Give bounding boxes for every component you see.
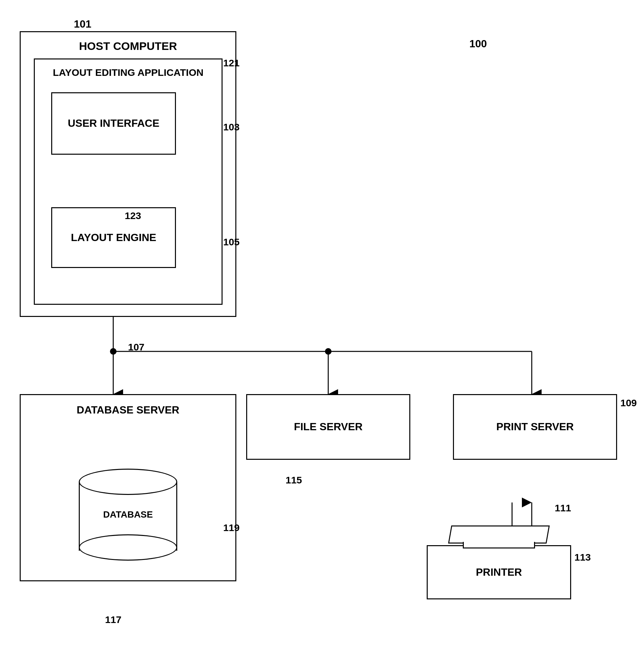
layout-engine-box: LAYOUT ENGINE	[51, 207, 176, 268]
layout-editing-application-box: LAYOUT EDITING APPLICATION USER INTERFAC…	[34, 59, 223, 305]
ref-101: 101	[74, 18, 91, 30]
printer-icon-shape	[443, 522, 555, 548]
ref-109: 109	[620, 397, 637, 409]
ref-117: 117	[105, 614, 121, 625]
ref-107: 107	[128, 341, 144, 353]
ref-100: 100	[469, 38, 487, 50]
printer-label: PRINTER	[476, 565, 522, 579]
database-server-box: DATABASE SERVER DATABASE	[20, 394, 236, 581]
ref-123: 123	[125, 210, 141, 221]
printer-box: PRINTER	[427, 545, 571, 600]
ref-121: 121	[223, 58, 240, 69]
user-interface-box: USER INTERFACE	[51, 92, 176, 155]
ref-115: 115	[285, 474, 302, 486]
database-cylinder: DATABASE	[79, 469, 177, 561]
ref-105: 105	[223, 236, 240, 248]
database-server-label: DATABASE SERVER	[77, 403, 179, 417]
svg-point-12	[325, 348, 332, 355]
host-computer-label: HOST COMPUTER	[79, 39, 177, 53]
print-server-box: PRINT SERVER	[453, 394, 617, 460]
file-server-box: FILE SERVER	[246, 394, 410, 460]
host-computer-box: HOST COMPUTER LAYOUT EDITING APPLICATION…	[20, 31, 236, 317]
layout-editing-application-label: LAYOUT EDITING APPLICATION	[53, 66, 204, 79]
ref-113: 113	[574, 552, 591, 563]
layout-engine-label: LAYOUT ENGINE	[71, 231, 156, 245]
file-server-label: FILE SERVER	[294, 420, 362, 434]
ref-119: 119	[223, 522, 240, 533]
print-server-label: PRINT SERVER	[496, 420, 574, 434]
svg-point-10	[110, 348, 117, 355]
diagram: 100 101 HOST COMPUTER LAYOUT EDITING APP…	[0, 0, 644, 646]
ref-103: 103	[223, 121, 240, 133]
user-interface-label: USER INTERFACE	[68, 117, 159, 130]
ref-111: 111	[555, 503, 571, 514]
database-label: DATABASE	[103, 509, 153, 521]
